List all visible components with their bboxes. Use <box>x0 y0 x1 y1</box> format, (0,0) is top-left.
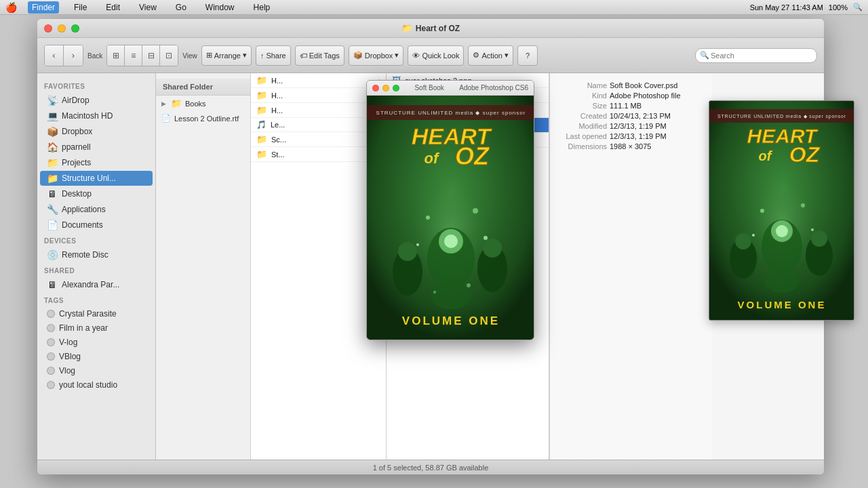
tag-color-circle <box>47 352 55 361</box>
action-button[interactable]: ⚙ Action ▾ <box>468 45 513 66</box>
svg-point-33 <box>735 233 751 249</box>
sidebar-item-dropbox[interactable]: 📦 Dropbox <box>40 124 153 139</box>
svg-point-17 <box>416 243 419 246</box>
menubar-datetime: Sun May 27 11:43 AM <box>750 3 823 12</box>
svg-point-16 <box>473 208 478 214</box>
dropbox-label: Dropbox <box>365 52 393 60</box>
sidebar-item-alexandra[interactable]: 🖥 Alexandra Par... <box>40 277 153 292</box>
close-button[interactable] <box>44 24 52 33</box>
preview-dimensions-value: 1988 × 3075 <box>610 142 651 150</box>
home-icon: 🏠 <box>47 142 58 152</box>
sidebar-item-applications[interactable]: 🔧 Applications <box>40 202 153 217</box>
sidebar-item-label: AirDrop <box>62 96 90 105</box>
search-icon: 🔍 <box>700 51 709 60</box>
menu-file[interactable]: File <box>70 1 91 14</box>
sidebar-item-tag-vblog[interactable]: VBlog <box>40 350 153 363</box>
sidebar-item-documents[interactable]: 📄 Documents <box>40 218 153 232</box>
back-forward-nav[interactable]: ‹ › <box>44 45 83 66</box>
view-label: View <box>182 52 197 60</box>
svg-point-40 <box>811 228 814 231</box>
dropbox-button[interactable]: 📦 Dropbox ▾ <box>349 45 404 66</box>
svg-text:STRUCTURE UNLIMITED media  ◆  : STRUCTURE UNLIMITED media ◆ super sponso… <box>717 114 846 119</box>
menu-edit[interactable]: Edit <box>102 1 124 14</box>
sidebar-item-label: Remote Disc <box>62 250 108 260</box>
folder-panel: Shared Folder ▶ 📁 Books 📄 Lesson 2 Outli… <box>156 73 251 460</box>
menu-view[interactable]: View <box>135 1 161 14</box>
sidebar-item-structure-unl[interactable]: 📁 Structure Unl... <box>40 171 153 186</box>
sidebar-item-label: yout local studio <box>59 380 117 390</box>
coverflow-view-button[interactable]: ⊡ <box>160 45 178 66</box>
devices-section-header: DEVICES <box>37 233 155 247</box>
quicklook-close-button[interactable] <box>372 85 379 92</box>
svg-text:VOLUME ONE: VOLUME ONE <box>402 314 500 327</box>
sidebar-item-tag-yout[interactable]: yout local studio <box>40 378 153 392</box>
menu-help[interactable]: Help <box>250 1 275 14</box>
edit-tags-button[interactable]: 🏷 Edit Tags <box>295 45 344 66</box>
folder-item-lesson[interactable]: 📄 Lesson 2 Outline.rtf <box>156 111 250 125</box>
title-bar: 📁 Heart of OZ <box>37 19 824 38</box>
share-label: Share <box>266 52 285 60</box>
view-buttons[interactable]: ⊞ ≡ ⊟ ⊡ <box>106 45 178 66</box>
forward-button[interactable]: › <box>64 45 83 66</box>
column-view-button[interactable]: ⊟ <box>142 45 160 66</box>
help-button[interactable]: ? <box>517 45 538 66</box>
sidebar-item-projects[interactable]: 📁 Projects <box>40 155 153 170</box>
sidebar-item-macintosh-hd[interactable]: 💻 Macintosh HD <box>40 108 153 123</box>
projects-folder-icon: 📁 <box>47 157 58 168</box>
back-button[interactable]: ‹ <box>45 45 64 66</box>
preview-kind-label: Kind <box>558 92 607 100</box>
sidebar-item-tag-vlog[interactable]: V-log <box>40 336 153 349</box>
maximize-button[interactable] <box>71 24 79 33</box>
sidebar-item-tag-vlog2[interactable]: Vlog <box>40 364 153 378</box>
arrange-chevron-icon: ▾ <box>243 51 247 60</box>
sidebar-item-label: Alexandra Par... <box>62 280 119 289</box>
preview-size-label: Size <box>558 102 607 110</box>
menu-window[interactable]: Window <box>201 1 239 14</box>
share-button[interactable]: ↑ Share <box>256 45 291 66</box>
preview-modified-label: Modified <box>558 122 607 130</box>
preview-info-name-row: Name Soft Book Cover.psd <box>558 81 704 89</box>
folder-item-books[interactable]: ▶ 📁 Books <box>156 96 250 111</box>
edit-tags-label: Edit Tags <box>309 52 340 60</box>
applications-icon: 🔧 <box>47 204 58 215</box>
sidebar-item-label: Vlog <box>59 366 75 375</box>
menubar-search-icon[interactable]: 🔍 <box>853 3 863 12</box>
status-text: 1 of 5 selected, 58.87 GB available <box>373 464 489 472</box>
share-icon: ↑ <box>260 52 264 60</box>
sidebar-item-tag-film[interactable]: Film in a year <box>40 321 153 335</box>
svg-text:OZ: OZ <box>789 142 821 167</box>
sidebar-item-tag-crystal[interactable]: Crystal Parasite <box>40 307 153 321</box>
search-input[interactable] <box>695 48 817 63</box>
preview-name-label: Name <box>558 81 607 89</box>
folder-icon: 📁 <box>256 105 267 115</box>
tag-color-circle <box>47 324 55 332</box>
quicklook-minimize-button[interactable] <box>382 85 389 92</box>
books-folder-icon: 📁 <box>171 98 182 108</box>
arrange-button[interactable]: ⊞ Arrange ▾ <box>201 45 252 66</box>
list-view-button[interactable]: ≡ <box>125 45 142 66</box>
preview-name-value: Soft Book Cover.psd <box>610 81 677 89</box>
preview-info-lastopened-row: Last opened 12/3/13, 1:19 PM <box>558 132 704 140</box>
svg-point-18 <box>484 236 488 240</box>
structure-folder-icon: 📁 <box>47 173 58 184</box>
disclosure-arrow-icon: ▶ <box>161 100 166 107</box>
sidebar-item-remote-disc[interactable]: 💿 Remote Disc <box>40 247 153 262</box>
quick-look-button[interactable]: 👁 Quick Look <box>408 45 464 66</box>
folder-icon: 📁 <box>256 90 267 100</box>
icon-view-button[interactable]: ⊞ <box>107 45 125 66</box>
preview-info: Name Soft Book Cover.psd Kind Adobe Phot… <box>558 81 704 150</box>
sidebar-item-label: Macintosh HD <box>62 111 113 121</box>
menu-go[interactable]: Go <box>172 1 191 14</box>
tag-color-circle <box>47 367 55 375</box>
sidebar-item-desktop[interactable]: 🖥 Desktop <box>40 186 153 201</box>
folder-item-label: Books <box>185 100 206 108</box>
quicklook-maximize-button[interactable] <box>393 85 399 92</box>
menu-finder[interactable]: Finder <box>28 1 59 14</box>
minimize-button[interactable] <box>58 24 66 33</box>
sidebar-item-airdrop[interactable]: 📡 AirDrop <box>40 93 153 108</box>
svg-text:VOLUME ONE: VOLUME ONE <box>738 299 827 310</box>
documents-icon: 📄 <box>47 220 58 230</box>
sidebar-item-pparnell[interactable]: 🏠 pparnell <box>40 140 153 155</box>
apple-menu-icon[interactable]: 🍎 <box>5 2 17 13</box>
preview-dimensions-label: Dimensions <box>558 142 607 150</box>
